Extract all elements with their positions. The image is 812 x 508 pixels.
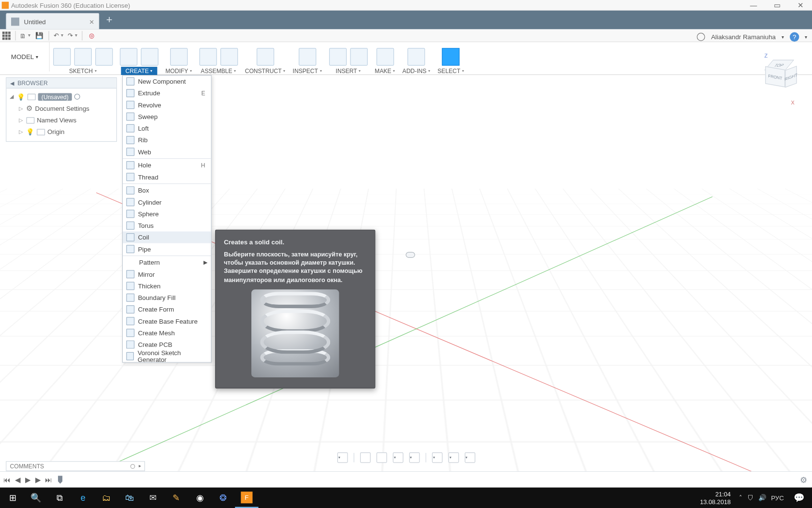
menu-item-web[interactable]: Web: [123, 146, 211, 158]
collapse-icon[interactable]: ◀: [10, 80, 14, 86]
ribbon-group-create[interactable]: CREATE: [116, 42, 162, 75]
app-icon[interactable]: ❂: [212, 488, 235, 508]
viewcube-front[interactable]: FRONT: [765, 66, 785, 88]
workspace-switcher[interactable]: MODEL ▾: [0, 42, 50, 72]
menu-item-rib[interactable]: Rib: [123, 134, 211, 146]
ribbon-group-sketch[interactable]: SKETCH: [50, 42, 116, 75]
ribbon-group-addins[interactable]: ADD-INS: [399, 42, 434, 75]
mail-icon[interactable]: ✉: [142, 488, 165, 508]
taskbar-clock[interactable]: 21:04 13.08.2018: [700, 491, 733, 505]
menu-item-mirror[interactable]: Mirror: [123, 269, 211, 280]
menu-item-create-form[interactable]: Create Form: [123, 303, 211, 315]
menu-item-sweep[interactable]: Sweep: [123, 111, 211, 122]
file-menu-icon[interactable]: 🗎: [20, 31, 29, 40]
app-icon[interactable]: ✎: [165, 488, 188, 508]
timeline-settings-icon[interactable]: ⚙: [800, 475, 808, 484]
comments-toggle-icon[interactable]: [130, 464, 135, 469]
menu-item-boundary-fill[interactable]: Boundary Fill: [123, 292, 211, 303]
minimize-button[interactable]: —: [742, 0, 765, 11]
close-button[interactable]: ✕: [789, 0, 812, 11]
visibility-icon[interactable]: 💡: [26, 128, 34, 136]
chrome-icon[interactable]: ◉: [188, 488, 211, 508]
ribbon-group-construct[interactable]: CONSTRUCT: [241, 42, 289, 75]
origin-handle[interactable]: [406, 252, 415, 258]
timeline-end-icon[interactable]: ⏭: [45, 476, 52, 484]
browser-item[interactable]: ▷ 💡 Origin: [9, 126, 114, 137]
menu-item-pipe[interactable]: Pipe: [123, 243, 211, 255]
view-cube[interactable]: TOP FRONT RIGHT: [762, 56, 797, 91]
help-icon[interactable]: ?: [790, 32, 799, 42]
fusion-task-icon[interactable]: F: [235, 488, 258, 508]
menu-item-sphere[interactable]: Sphere: [123, 208, 211, 220]
ribbon-group-insert[interactable]: INSERT: [326, 42, 371, 75]
edge-icon[interactable]: e: [72, 488, 95, 508]
expand-icon[interactable]: ▷: [18, 129, 24, 134]
menu-item-voronoi-sketch-generator[interactable]: Voronoi Sketch Generator: [123, 350, 211, 362]
grid-settings-icon[interactable]: [448, 452, 459, 463]
user-name[interactable]: Aliaksandr Ramaniuha: [711, 33, 776, 41]
undo-icon[interactable]: ↶: [54, 31, 63, 40]
zoom-icon[interactable]: [392, 452, 403, 463]
menu-item-thicken[interactable]: Thicken: [123, 280, 211, 292]
timeline-fwd-icon[interactable]: ▶: [35, 476, 41, 484]
menu-item-torus[interactable]: Torus: [123, 220, 211, 231]
activate-icon[interactable]: [74, 94, 80, 100]
expand-icon[interactable]: ◢: [9, 94, 14, 100]
fit-icon[interactable]: [409, 452, 420, 463]
ribbon-group-select[interactable]: SELECT: [434, 42, 468, 75]
ribbon-group-modify[interactable]: MODIFY: [162, 42, 196, 75]
new-tab-button[interactable]: +: [103, 14, 116, 27]
orbit-icon[interactable]: [337, 452, 348, 463]
look-at-icon[interactable]: [360, 452, 370, 463]
menu-item-box[interactable]: Box: [123, 184, 211, 196]
save-icon[interactable]: 💾: [34, 31, 44, 40]
menu-item-create-base-feature[interactable]: Create Base Feature: [123, 315, 211, 327]
comments-bar[interactable]: COMMENTS ▸: [6, 461, 145, 471]
data-panel-icon[interactable]: [2, 31, 11, 40]
ribbon-group-inspect[interactable]: INSPECT: [289, 42, 325, 75]
pan-icon[interactable]: [376, 452, 387, 463]
task-view-icon[interactable]: ⧉: [48, 488, 71, 508]
ribbon-group-make[interactable]: MAKE: [371, 42, 399, 75]
menu-item-loft[interactable]: Loft: [123, 122, 211, 134]
store-icon[interactable]: 🛍: [118, 488, 141, 508]
job-status-icon[interactable]: [697, 33, 705, 41]
timeline-play-icon[interactable]: ▶: [25, 476, 30, 484]
timeline-start-icon[interactable]: ⏮: [3, 476, 11, 484]
expand-icon[interactable]: ▷: [18, 117, 24, 123]
menu-item-pattern[interactable]: Pattern▶: [123, 256, 211, 268]
explorer-icon[interactable]: 🗂: [95, 488, 118, 508]
menu-item-new-component[interactable]: New Component: [123, 75, 211, 87]
viewport-icon[interactable]: [464, 452, 475, 463]
menu-item-cylinder[interactable]: Cylinder: [123, 196, 211, 208]
menu-item-extrude[interactable]: ExtrudeE: [123, 87, 211, 99]
menu-item-thread[interactable]: Thread: [123, 171, 211, 183]
viewcube-right[interactable]: RIGHT: [785, 66, 797, 88]
language-indicator[interactable]: РУС: [771, 494, 784, 502]
search-icon[interactable]: 🔍: [25, 488, 48, 508]
browser-item[interactable]: ▷ Named Views: [9, 114, 114, 126]
tray-overflow-icon[interactable]: ˄: [739, 494, 742, 502]
expand-icon[interactable]: ▷: [18, 105, 24, 111]
timeline-back-icon[interactable]: ◀: [15, 476, 20, 484]
menu-item-hole[interactable]: HoleH: [123, 159, 211, 171]
browser-root[interactable]: ◢ 💡 (Unsaved): [9, 91, 114, 103]
close-tab-icon[interactable]: ×: [89, 17, 94, 26]
menu-item-create-pcb[interactable]: Create PCB: [123, 339, 211, 350]
volume-icon[interactable]: 🔊: [758, 494, 767, 502]
menu-item-coil[interactable]: Coil: [123, 231, 211, 243]
network-icon[interactable]: ⛉: [747, 494, 754, 502]
timeline-marker[interactable]: [58, 476, 63, 484]
start-button[interactable]: ⊞: [1, 488, 24, 508]
display-settings-icon[interactable]: [432, 452, 442, 463]
maximize-button[interactable]: ▭: [765, 0, 788, 11]
browser-header[interactable]: ◀ BROWSER: [6, 78, 116, 89]
document-tab[interactable]: Untitled ×: [6, 13, 100, 30]
notifications-icon[interactable]: 💬: [787, 488, 811, 508]
menu-item-create-mesh[interactable]: Create Mesh: [123, 327, 211, 339]
visibility-icon[interactable]: 💡: [17, 93, 25, 101]
extension-icon[interactable]: ◎: [87, 31, 96, 40]
browser-item[interactable]: ▷ ⚙ Document Settings: [9, 103, 114, 114]
menu-item-revolve[interactable]: Revolve: [123, 99, 211, 111]
redo-icon[interactable]: ↷: [68, 31, 77, 40]
